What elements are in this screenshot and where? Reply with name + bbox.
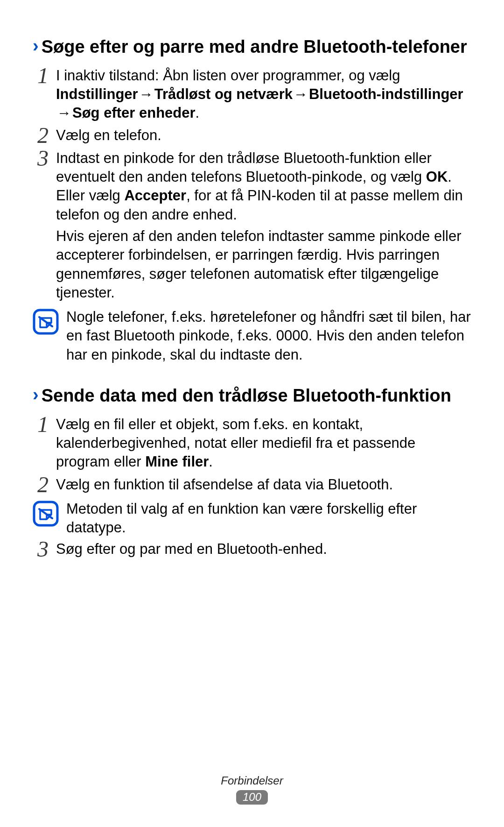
- chevron-icon: ›: [33, 386, 39, 404]
- step-bold: Accepter: [124, 187, 186, 204]
- note-icon: [33, 309, 59, 335]
- arrow-icon: →: [56, 104, 72, 122]
- arrow-icon: →: [293, 85, 309, 104]
- page-content: › Søge efter og parre med andre Bluetoot…: [0, 0, 504, 591]
- step-3: 3 Søg efter og par med en Bluetooth-enhe…: [33, 540, 471, 561]
- step-text: .: [209, 453, 213, 470]
- section-heading-send: › Sende data med den trådløse Bluetooth-…: [33, 385, 471, 407]
- step-number: 3: [33, 147, 53, 170]
- step-text: Søg efter og par med en Bluetooth-enhed.: [56, 540, 471, 558]
- section-heading-pairing: › Søge efter og parre med andre Bluetoot…: [33, 36, 471, 58]
- step-body: Søg efter og par med en Bluetooth-enhed.: [53, 540, 471, 561]
- step-body: Vælg en telefon.: [53, 126, 471, 148]
- step-body: Vælg en funktion til afsendelse af data …: [53, 475, 471, 497]
- step-text: Vælg en telefon.: [56, 126, 471, 145]
- page-number-badge: 100: [236, 790, 268, 805]
- step-number: 1: [33, 64, 53, 87]
- step-2: 2 Vælg en funktion til afsendelse af dat…: [33, 475, 471, 497]
- step-text: Vælg en funktion til afsendelse af data …: [56, 475, 471, 494]
- step-number: 2: [33, 124, 53, 147]
- step-bold: Mine filer: [145, 453, 209, 470]
- step-text: Indtast en pinkode for den trådløse Blue…: [56, 150, 432, 185]
- note-text: Nogle telefoner, f.eks. høretelefoner og…: [66, 308, 471, 364]
- footer-section-name: Forbindelser: [0, 774, 504, 787]
- chevron-icon: ›: [33, 37, 39, 56]
- step-bold: Søg efter enheder: [72, 105, 196, 121]
- note-icon: [33, 501, 59, 527]
- step-text: .: [196, 105, 200, 121]
- note-block: Metoden til valg af en funktion kan være…: [33, 500, 471, 537]
- step-2: 2 Vælg en telefon.: [33, 126, 471, 148]
- step-bold: Trådløst og netværk: [154, 86, 293, 102]
- page-footer: Forbindelser 100: [0, 774, 504, 805]
- heading-text: Sende data med den trådløse Bluetooth-fu…: [42, 385, 451, 407]
- step-body: I inaktiv tilstand: Åbn listen over prog…: [53, 66, 471, 126]
- arrow-icon: →: [138, 85, 154, 104]
- step-number: 1: [33, 413, 53, 436]
- step-3: 3 Indtast en pinkode for den trådløse Bl…: [33, 149, 471, 305]
- step-bold: Indstillinger: [56, 86, 138, 102]
- note-text: Metoden til valg af en funktion kan være…: [66, 500, 471, 537]
- heading-text: Søge efter og parre med andre Bluetooth-…: [42, 36, 467, 58]
- step-text: Hvis ejeren af den anden telefon indtast…: [56, 227, 471, 302]
- step-bold: OK: [426, 169, 448, 185]
- step-number: 3: [33, 538, 53, 560]
- note-block: Nogle telefoner, f.eks. høretelefoner og…: [33, 308, 471, 364]
- step-body: Indtast en pinkode for den trådløse Blue…: [53, 149, 471, 305]
- step-number: 2: [33, 474, 53, 496]
- step-text: I inaktiv tilstand: Åbn listen over prog…: [56, 67, 400, 84]
- step-bold: Bluetooth-indstillinger: [309, 86, 463, 102]
- step-text: Vælg en fil eller et objekt, som f.eks. …: [56, 416, 415, 470]
- step-body: Vælg en fil eller et objekt, som f.eks. …: [53, 415, 471, 474]
- step-1: 1 Vælg en fil eller et objekt, som f.eks…: [33, 415, 471, 474]
- step-1: 1 I inaktiv tilstand: Åbn listen over pr…: [33, 66, 471, 126]
